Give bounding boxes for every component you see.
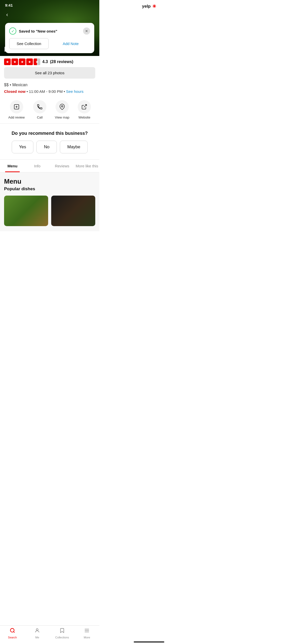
see-collection-button[interactable]: See Collection	[9, 38, 49, 49]
star-3: ★	[19, 58, 25, 65]
popular-dishes-heading: Popular dishes	[4, 186, 95, 192]
tab-menu[interactable]: Menu	[0, 160, 25, 172]
see-hours-link[interactable]: See hours	[66, 89, 83, 94]
star-5: ★	[34, 58, 40, 65]
toast-actions: See Collection Add Note	[9, 38, 90, 49]
add-note-button[interactable]: Add Note	[51, 38, 90, 49]
check-icon: ✓	[9, 27, 16, 35]
hours-text: 11:00 AM - 9:00 PM	[29, 89, 63, 94]
recommend-section: Do you recommend this business? Yes No M…	[0, 124, 99, 160]
tab-reviews[interactable]: Reviews	[50, 160, 75, 172]
recommend-maybe-button[interactable]: Maybe	[60, 141, 88, 153]
saved-toast: ✓ Saved to "New ones" ✕ See Collection A…	[5, 23, 94, 53]
call-button[interactable]: Call	[33, 100, 46, 119]
view-map-button[interactable]: View map	[55, 100, 69, 119]
rating-value: 4.3	[42, 60, 48, 64]
status-time: 9:41	[5, 3, 13, 7]
add-review-button[interactable]: Add review	[8, 100, 25, 119]
back-button[interactable]: ‹	[3, 11, 11, 19]
star-rating: ★ ★ ★ ★ ★	[4, 58, 40, 65]
toast-close-button[interactable]: ✕	[83, 27, 90, 35]
call-label: Call	[37, 115, 43, 119]
review-count: (28 reviews)	[50, 60, 73, 64]
website-label: Website	[78, 115, 90, 119]
business-info: $$ • Mexican Closed now • 11:00 AM - 9:0…	[0, 79, 99, 94]
recommend-buttons: Yes No Maybe	[4, 141, 95, 153]
action-buttons-row: Add review Call View map Website	[0, 98, 99, 124]
dish-images-row	[4, 196, 95, 226]
website-icon	[78, 100, 91, 113]
rating-bar: ★ ★ ★ ★ ★ 4.3 (28 reviews)	[0, 56, 99, 67]
status-bar: 9:41 yelp ✳	[0, 0, 99, 9]
toast-header: ✓ Saved to "New ones" ✕	[9, 27, 90, 35]
dish-image-2	[51, 196, 95, 226]
svg-point-1	[61, 106, 63, 107]
recommend-title: Do you recommend this business?	[4, 131, 95, 136]
star-4: ★	[26, 58, 33, 65]
menu-heading: Menu	[4, 178, 95, 185]
star-2: ★	[11, 58, 18, 65]
see-all-photos-button[interactable]: See all 23 photos	[4, 67, 95, 79]
price-category: $$ • Mexican	[4, 83, 95, 87]
recommend-no-button[interactable]: No	[36, 141, 57, 153]
add-review-label: Add review	[8, 115, 25, 119]
call-icon	[33, 100, 46, 113]
menu-section: Menu Popular dishes	[0, 172, 99, 231]
svg-line-2	[84, 105, 87, 107]
hours-separator: •	[26, 89, 28, 94]
recommend-yes-button[interactable]: Yes	[12, 141, 34, 153]
closed-badge: Closed now	[4, 89, 25, 94]
tab-info[interactable]: Info	[25, 160, 50, 172]
tab-more-like-this[interactable]: More like this	[75, 160, 100, 172]
website-button[interactable]: Website	[78, 100, 91, 119]
add-review-icon	[10, 100, 23, 113]
view-map-label: View map	[55, 115, 69, 119]
hours-row: Closed now • 11:00 AM - 9:00 PM • See ho…	[4, 89, 95, 94]
content-tabs: Menu Info Reviews More like this	[0, 160, 99, 172]
hours-dot: •	[64, 89, 65, 94]
star-1: ★	[4, 58, 11, 65]
view-map-icon	[56, 100, 69, 113]
toast-title-row: ✓ Saved to "New ones"	[9, 27, 57, 35]
toast-saved-text: Saved to "New ones"	[19, 29, 57, 33]
dish-image-1	[4, 196, 48, 226]
